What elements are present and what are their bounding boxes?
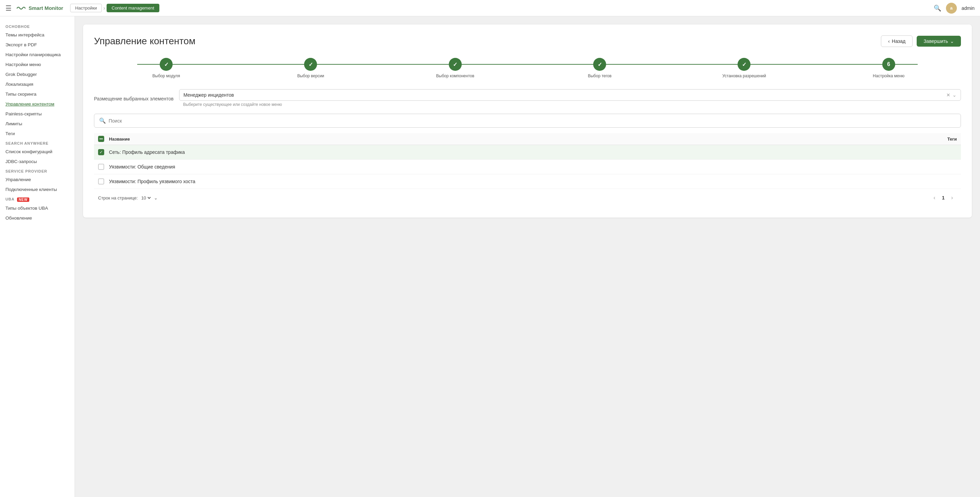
step-4-circle: ✓ <box>593 58 606 71</box>
table-header: Название Теги <box>94 133 961 145</box>
sidebar-item-connected-clients[interactable]: Подключенные клиенты <box>0 184 75 194</box>
table-row: Уязвимости: Общие сведения <box>94 160 961 174</box>
menu-hamburger-icon[interactable]: ☰ <box>5 4 11 12</box>
row-1-checkbox-cell <box>98 149 109 155</box>
breadcrumb-arrow-icon: › <box>103 5 105 11</box>
page-title: Управление контентом <box>94 36 196 47</box>
step-5-label: Установка разрешений <box>722 73 766 78</box>
step-2-circle: ✓ <box>304 58 317 71</box>
dropdown-arrow-icon: ⌄ <box>154 195 158 200</box>
step-5: ✓ Установка разрешений <box>672 58 816 78</box>
step-6-label: Настройка меню <box>873 73 904 78</box>
logo-text: Smart Monitor <box>29 5 63 11</box>
uba-new-badge: NEW <box>17 197 29 202</box>
row-2-checkbox-cell <box>98 164 109 170</box>
breadcrumb: Настройки › Content management <box>69 4 159 12</box>
step-3: ✓ Выбор компонентов <box>383 58 527 78</box>
sidebar-item-export-pdf[interactable]: Экспорт в PDF <box>0 40 75 50</box>
step-6: 6 Настройка меню <box>816 58 961 78</box>
header-checkbox[interactable] <box>98 136 104 142</box>
chevron-left-icon: ‹ <box>888 38 890 44</box>
step-2: ✓ Выбор версии <box>239 58 383 78</box>
row-3-checkbox[interactable] <box>98 178 104 184</box>
sidebar-section-search-anywhere: SEARCH ANYWHERE <box>0 138 75 147</box>
sidebar-item-scoring-types[interactable]: Типы скоринга <box>0 89 75 99</box>
sidebar-item-uba-update[interactable]: Обновление <box>0 213 75 223</box>
content-card: Управление контентом ‹ Назад Завершить ⌄… <box>83 24 972 218</box>
sidebar-item-localization[interactable]: Локализация <box>0 79 75 89</box>
back-button[interactable]: ‹ Назад <box>881 35 913 47</box>
step-3-label: Выбор компонентов <box>436 73 474 78</box>
row-1-checkbox[interactable] <box>98 149 104 155</box>
placement-hint: Выберите существующее или создайте новое… <box>179 101 961 108</box>
row-2-checkbox[interactable] <box>98 164 104 170</box>
placement-select-icons: ✕ ⌄ <box>946 92 956 98</box>
search-input[interactable] <box>109 118 956 124</box>
pagination: Строк на странице: 10 25 50 ⌄ ‹ 1 › <box>94 189 961 206</box>
dropdown-chevron-icon[interactable]: ⌄ <box>952 92 956 98</box>
layout: ОСНОВНОЕ Темы интерфейса Экспорт в PDF Н… <box>0 16 980 497</box>
breadcrumb-content-management[interactable]: Content management <box>107 4 159 12</box>
rows-per-page: Строк на странице: 10 25 50 ⌄ <box>98 195 158 201</box>
sidebar-item-config-list[interactable]: Список конфигураций <box>0 147 75 157</box>
topnav-right: 🔍 a admin <box>934 3 975 14</box>
sidebar-item-scheduler[interactable]: Настройки планировщика <box>0 50 75 60</box>
step-4-label: Выбор тегов <box>588 73 611 78</box>
rows-per-page-label: Строк на странице: <box>98 195 138 200</box>
step-1: ✓ Выбор модуля <box>94 58 239 78</box>
sidebar-section-osnovnoe: ОСНОВНОЕ <box>0 22 75 30</box>
step-2-label: Выбор версии <box>297 73 324 78</box>
sidebar-item-uba-object-types[interactable]: Типы объектов UBA <box>0 203 75 213</box>
logo-icon <box>16 5 27 11</box>
col-name-header: Название <box>109 137 916 141</box>
col-tags-header: Теги <box>916 137 957 141</box>
step-1-label: Выбор модуля <box>153 73 180 78</box>
search-icon: 🔍 <box>99 118 106 124</box>
sidebar-item-grok-debugger[interactable]: Grok Debugger <box>0 70 75 79</box>
table-row: Сеть: Профиль адресата трафика <box>94 145 961 160</box>
topnav: ☰ Smart Monitor Настройки › Content mana… <box>0 0 980 16</box>
admin-label: admin <box>962 5 975 11</box>
sidebar-item-management[interactable]: Управление <box>0 175 75 184</box>
current-page: 1 <box>942 195 945 200</box>
step-3-circle: ✓ <box>449 58 462 71</box>
rows-per-page-select[interactable]: 10 25 50 <box>140 195 152 201</box>
main-content: Управление контентом ‹ Назад Завершить ⌄… <box>75 16 980 497</box>
step-1-circle: ✓ <box>160 58 173 71</box>
sidebar-item-jdbc-queries[interactable]: JDBC-запросы <box>0 157 75 167</box>
title-actions: ‹ Назад Завершить ⌄ <box>881 35 961 47</box>
sidebar-section-service-provider: SERVICE PROVIDER <box>0 167 75 175</box>
clear-icon[interactable]: ✕ <box>946 92 950 98</box>
sidebar-item-menu-settings[interactable]: Настройки меню <box>0 60 75 70</box>
finish-button[interactable]: Завершить ⌄ <box>917 36 961 47</box>
placement-select[interactable]: Менеджер инцидентов ✕ ⌄ <box>179 89 961 101</box>
sidebar-item-content-management[interactable]: Управление контентом <box>0 99 75 109</box>
row-1-name: Сеть: Профиль адресата трафика <box>109 149 957 155</box>
header-checkbox-cell <box>98 136 109 142</box>
step-5-circle: ✓ <box>738 58 751 71</box>
breadcrumb-settings[interactable]: Настройки <box>70 4 102 12</box>
step-4: ✓ Выбор тегов <box>527 58 672 78</box>
next-page-button[interactable]: › <box>947 193 957 203</box>
sidebar-section-uba: UBA NEW <box>0 194 75 203</box>
row-2-name: Уязвимости: Общие сведения <box>109 164 957 170</box>
avatar: a <box>946 3 957 14</box>
sidebar-item-painless-scripts[interactable]: Painless-скрипты <box>0 109 75 119</box>
title-row: Управление контентом ‹ Назад Завершить ⌄ <box>94 35 961 47</box>
global-search-icon[interactable]: 🔍 <box>934 5 941 12</box>
prev-page-button[interactable]: ‹ <box>930 193 939 203</box>
placement-label: Размещение выбранных элементов <box>94 96 173 102</box>
table-row: Уязвимости: Профиль уязвимого хоста <box>94 174 961 189</box>
search-bar: 🔍 <box>94 114 961 128</box>
chevron-down-icon: ⌄ <box>950 38 954 44</box>
app-logo: Smart Monitor <box>16 5 63 11</box>
placement-select-value: Менеджер инцидентов <box>183 92 234 98</box>
step-6-circle: 6 <box>882 58 895 71</box>
sidebar-item-tags[interactable]: Теги <box>0 129 75 138</box>
row-3-checkbox-cell <box>98 178 109 184</box>
stepper: ✓ Выбор модуля ✓ Выбор версии ✓ Выбор ко… <box>94 58 961 78</box>
sidebar: ОСНОВНОЕ Темы интерфейса Экспорт в PDF Н… <box>0 16 75 497</box>
placement-select-container: Менеджер инцидентов ✕ ⌄ Выберите существ… <box>179 89 961 108</box>
sidebar-item-themes[interactable]: Темы интерфейса <box>0 30 75 40</box>
sidebar-item-limits[interactable]: Лимиты <box>0 119 75 129</box>
